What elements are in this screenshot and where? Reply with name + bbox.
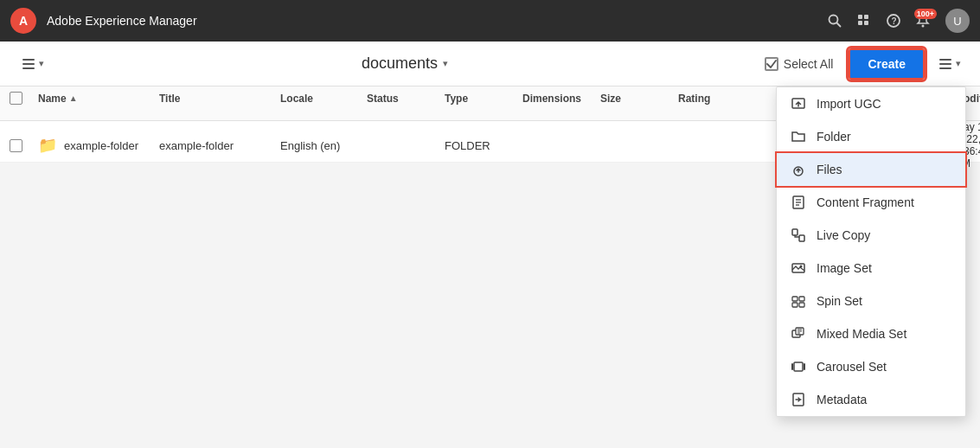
row-checkbox[interactable] <box>10 139 22 152</box>
breadcrumb-text: documents <box>362 54 438 73</box>
spin-set-icon <box>791 293 806 309</box>
sidebar-toggle-chevron: ▾ <box>39 58 44 69</box>
svg-rect-22 <box>799 235 804 241</box>
content-fragment-icon <box>791 195 806 210</box>
svg-text:?: ? <box>892 16 897 26</box>
menu-item-image-set-label: Image Set <box>817 261 872 275</box>
svg-point-8 <box>922 25 925 28</box>
image-set-icon <box>791 260 806 276</box>
svg-rect-26 <box>799 297 804 301</box>
menu-item-metadata-label: Metadata <box>817 393 867 406</box>
header-dimensions: Dimensions <box>516 93 593 105</box>
svg-rect-11 <box>22 67 35 69</box>
header-status: Status <box>360 93 438 105</box>
row-checkbox-cell[interactable] <box>0 139 31 152</box>
row-type: FOLDER <box>438 139 516 152</box>
header-checkbox-input[interactable] <box>10 92 22 105</box>
select-all-button[interactable]: Select All <box>758 54 841 74</box>
menu-item-carousel-set[interactable]: Carousel Set <box>777 350 965 383</box>
metadata-icon <box>791 392 806 407</box>
menu-item-mixed-media-set[interactable]: Mixed Media Set <box>777 317 965 350</box>
header-locale: Locale <box>273 93 360 105</box>
svg-point-24 <box>800 266 803 268</box>
svg-rect-31 <box>794 362 803 371</box>
svg-rect-10 <box>22 63 35 65</box>
menu-item-carousel-set-label: Carousel Set <box>817 360 887 374</box>
svg-rect-28 <box>799 303 804 307</box>
folder-icon <box>791 129 806 144</box>
header-title: Title <box>152 93 273 105</box>
menu-item-import-ugc-label: Import UGC <box>817 97 881 111</box>
notification-badge: 100+ <box>914 9 937 19</box>
create-button[interactable]: Create <box>849 48 925 80</box>
row-title: example-folder <box>152 139 273 152</box>
import-ugc-icon <box>791 96 806 112</box>
menu-item-spin-set[interactable]: Spin Set <box>777 285 965 317</box>
select-all-checkbox[interactable] <box>765 57 778 71</box>
menu-item-image-set[interactable]: Image Set <box>777 252 965 285</box>
svg-rect-5 <box>864 21 868 25</box>
header-type: Type <box>438 93 516 105</box>
select-all-label: Select All <box>784 57 834 71</box>
svg-rect-4 <box>858 21 862 25</box>
search-icon[interactable] <box>828 14 842 28</box>
list-view-chevron: ▾ <box>956 58 961 69</box>
row-name: 📁 example-folder <box>31 136 152 155</box>
menu-item-live-copy[interactable]: Live Copy <box>777 219 965 252</box>
menu-item-import-ugc[interactable]: Import UGC <box>777 87 965 120</box>
app-logo[interactable]: A <box>10 8 36 34</box>
sidebar-toggle[interactable]: ▾ <box>14 51 52 77</box>
user-avatar[interactable]: U <box>945 9 970 33</box>
row-locale: English (en) <box>273 139 360 152</box>
menu-item-files[interactable]: Files <box>777 153 965 186</box>
menu-item-metadata[interactable]: Metadata <box>777 383 965 416</box>
carousel-set-icon <box>791 359 806 374</box>
svg-rect-21 <box>792 229 797 235</box>
header-checkbox[interactable] <box>0 92 31 105</box>
svg-rect-3 <box>864 15 868 19</box>
svg-rect-13 <box>939 63 951 65</box>
help-icon[interactable]: ? <box>887 14 900 28</box>
menu-item-content-fragment-label: Content Fragment <box>817 195 914 209</box>
svg-line-1 <box>837 23 841 27</box>
create-dropdown-menu: Import UGC Folder Files <box>776 86 966 417</box>
app-title: Adobe Experience Manager <box>47 14 817 28</box>
files-icon <box>791 162 806 177</box>
toolbar: ▾ documents ▾ Select All Create ▾ <box>0 42 980 86</box>
header-name: Name ▲ <box>31 93 152 105</box>
menu-item-folder-label: Folder <box>817 130 851 144</box>
menu-item-content-fragment[interactable]: Content Fragment <box>777 186 965 219</box>
toolbar-left: ▾ <box>14 51 52 77</box>
menu-item-files-label: Files <box>817 163 842 176</box>
notification-icon[interactable]: 100+ <box>916 14 930 28</box>
menu-item-folder[interactable]: Folder <box>777 120 965 153</box>
breadcrumb-chevron: ▾ <box>443 58 448 69</box>
svg-rect-2 <box>858 15 862 19</box>
topbar: A Adobe Experience Manager ? <box>0 0 980 42</box>
topbar-icons: ? 100+ U <box>828 9 970 33</box>
svg-rect-9 <box>22 59 35 61</box>
svg-rect-12 <box>939 59 951 61</box>
folder-icon: 📁 <box>38 136 57 155</box>
live-copy-icon <box>791 227 806 243</box>
content-area: Name ▲ Title Locale Status Type Dimensio… <box>0 86 980 448</box>
breadcrumb: documents ▾ <box>362 54 448 73</box>
toolbar-right: Select All Create ▾ <box>758 48 966 80</box>
list-view-toggle[interactable]: ▾ <box>933 54 966 74</box>
menu-item-live-copy-label: Live Copy <box>817 228 870 242</box>
menu-item-spin-set-label: Spin Set <box>817 294 862 308</box>
svg-rect-27 <box>792 303 797 307</box>
grid-icon[interactable] <box>857 14 871 28</box>
header-size: Size <box>593 93 671 105</box>
menu-item-mixed-media-set-label: Mixed Media Set <box>817 327 906 341</box>
svg-rect-14 <box>939 67 951 69</box>
mixed-media-set-icon <box>791 326 806 342</box>
svg-rect-25 <box>792 297 797 301</box>
name-sort-icon: ▲ <box>69 93 78 103</box>
